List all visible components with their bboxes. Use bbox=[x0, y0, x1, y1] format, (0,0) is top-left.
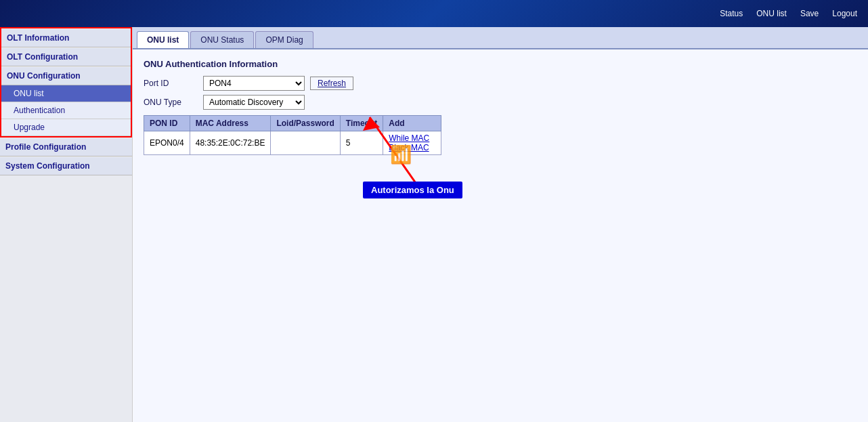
col-loid-password: Loid/Password bbox=[271, 116, 340, 131]
sidebar-item-olt-configuration[interactable]: OLT Configuration bbox=[1, 47, 131, 66]
col-mac-address: MAC Address bbox=[190, 116, 271, 131]
save-link[interactable]: Save bbox=[800, 9, 819, 18]
content-area: ONU Authentication Information Port ID P… bbox=[133, 49, 868, 422]
sidebar-item-onu-configuration[interactable]: ONU Configuration bbox=[1, 66, 131, 85]
sidebar-item-onu-list[interactable]: ONU list bbox=[1, 85, 131, 102]
section-title: ONU Authentication Information bbox=[144, 59, 857, 69]
layout: OLT Information OLT Configuration ONU Co… bbox=[0, 27, 868, 422]
wifi-icon: 📶 bbox=[390, 144, 412, 165]
col-pon-id: PON ID bbox=[144, 116, 190, 131]
sidebar-item-system-configuration[interactable]: System Configuration bbox=[0, 156, 132, 175]
onu-type-label: ONU Type bbox=[144, 98, 198, 107]
cell-pon-id: EPON0/4 bbox=[144, 131, 190, 155]
onu-type-row: ONU Type Automatic Discovery bbox=[144, 95, 857, 110]
sidebar-item-olt-information[interactable]: OLT Information bbox=[1, 28, 131, 47]
tab-opm-diag[interactable]: OPM Diag bbox=[255, 31, 313, 48]
cell-mac-address: 48:35:2E:0C:72:BE bbox=[190, 131, 271, 155]
sidebar-item-upgrade[interactable]: Upgrade bbox=[1, 119, 131, 136]
sidebar: OLT Information OLT Configuration ONU Co… bbox=[0, 27, 133, 422]
port-id-label: Port ID bbox=[144, 79, 198, 88]
status-link[interactable]: Status bbox=[720, 9, 743, 18]
cell-loid-password bbox=[271, 131, 340, 155]
tab-onu-status[interactable]: ONU Status bbox=[190, 31, 254, 48]
annotation-label: Autorizamos la Onu bbox=[363, 182, 462, 198]
main-content: ONU list ONU Status OPM Diag ONU Authent… bbox=[133, 27, 868, 422]
onu-type-select[interactable]: Automatic Discovery bbox=[203, 95, 305, 110]
top-bar: Status ONU list Save Logout bbox=[0, 0, 868, 27]
tab-bar: ONU list ONU Status OPM Diag bbox=[133, 27, 868, 49]
sidebar-item-profile-configuration[interactable]: Profile Configuration bbox=[0, 138, 132, 156]
refresh-button[interactable]: Refresh bbox=[310, 77, 353, 90]
tab-onu-list[interactable]: ONU list bbox=[137, 31, 189, 48]
port-id-select[interactable]: PON4 bbox=[203, 76, 305, 91]
logout-link[interactable]: Logout bbox=[832, 9, 857, 18]
port-id-row: Port ID PON4 Refresh bbox=[144, 76, 857, 91]
sidebar-item-authentication[interactable]: Authentication bbox=[1, 102, 131, 119]
onu-list-link[interactable]: ONU list bbox=[756, 9, 787, 18]
